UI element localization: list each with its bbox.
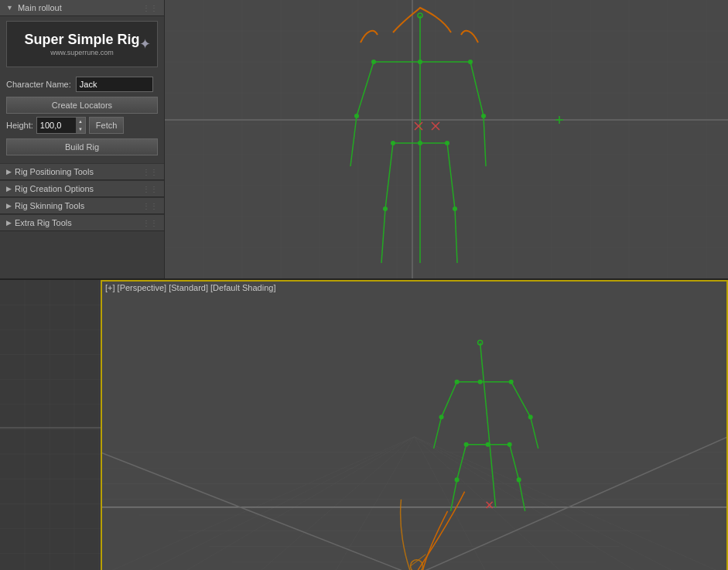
logo-url: www.superrune.com xyxy=(24,49,139,56)
svg-point-106 xyxy=(509,380,514,384)
rollout-skinning[interactable]: ▶ Rig Skinning Tools ⋮⋮ xyxy=(0,197,164,214)
bottom-viewport[interactable]: [+] [Perspective] [Standard] [Default Sh… xyxy=(101,280,728,570)
svg-point-39 xyxy=(468,60,473,64)
height-row: Height: ▲ ▼ Fetch xyxy=(6,117,158,134)
build-rig-button[interactable]: Build Rig xyxy=(6,138,158,155)
fetch-button[interactable]: Fetch xyxy=(89,117,125,134)
create-locators-button[interactable]: Create Locators xyxy=(6,97,158,114)
viewport-perspective-label: [+] [Perspective] [Standard] [Default Sh… xyxy=(105,283,275,292)
svg-point-37 xyxy=(418,60,422,64)
perspective-grid xyxy=(101,280,728,570)
svg-point-104 xyxy=(478,380,483,384)
rollout-positioning-label: Rig Positioning Tools xyxy=(15,167,142,176)
svg-point-108 xyxy=(528,415,533,419)
svg-point-38 xyxy=(371,60,376,64)
svg-point-40 xyxy=(354,114,359,118)
logo-title: Super Simple Rig xyxy=(24,32,139,49)
bottom-left-panel xyxy=(0,280,101,570)
svg-point-112 xyxy=(455,477,460,482)
rollout-grip-icon: ⋮⋮ xyxy=(142,168,158,176)
sidebar-header: ▼ Main rollout ⋮⋮ xyxy=(0,0,164,16)
bottom-section: [+] [Perspective] [Standard] [Default Sh… xyxy=(0,278,728,570)
svg-point-111 xyxy=(508,442,512,447)
form-area: Character Name: Create Locators Height: … xyxy=(0,72,164,163)
sidebar: ▼ Main rollout ⋮⋮ Super Simple Rig www.s… xyxy=(0,0,165,278)
height-input-wrapper: ▲ ▼ xyxy=(36,117,86,134)
char-name-label: Character Name: xyxy=(6,80,71,89)
svg-point-109 xyxy=(486,442,490,447)
spinner-up-button[interactable]: ▲ xyxy=(76,118,85,125)
top-viewport[interactable] xyxy=(165,0,728,278)
rollout-skinning-label: Rig Skinning Tools xyxy=(15,201,142,210)
height-label: Height: xyxy=(6,121,33,130)
rollout-grip-icon-2: ⋮⋮ xyxy=(142,185,158,193)
svg-point-41 xyxy=(481,114,486,118)
rollout-extra[interactable]: ▶ Extra Rig Tools ⋮⋮ xyxy=(0,214,164,231)
svg-point-46 xyxy=(453,206,457,211)
top-viewport-grid xyxy=(165,0,728,278)
char-name-input[interactable] xyxy=(76,77,153,92)
svg-rect-0 xyxy=(165,0,728,278)
height-spinner[interactable]: ▲ ▼ xyxy=(76,118,85,133)
logo-star-icon: ✦ xyxy=(139,36,151,53)
char-name-row: Character Name: xyxy=(6,77,158,92)
height-input[interactable] xyxy=(37,118,76,133)
main-rollout-title: Main rollout xyxy=(18,3,62,12)
svg-rect-53 xyxy=(0,280,101,570)
svg-point-45 xyxy=(383,206,388,211)
svg-point-113 xyxy=(517,477,521,482)
rollout-arrow-icon-4: ▶ xyxy=(6,219,12,227)
rollout-extra-label: Extra Rig Tools xyxy=(15,218,142,227)
rollout-arrow-icon: ▶ xyxy=(6,168,12,176)
rollout-arrow-icon-2: ▶ xyxy=(6,185,12,193)
svg-point-43 xyxy=(391,141,395,145)
rollout-arrow-icon-3: ▶ xyxy=(6,202,12,210)
rollout-grip-icon-3: ⋮⋮ xyxy=(142,202,158,210)
rollout-creation-label: Rig Creation Options xyxy=(15,184,142,193)
svg-point-107 xyxy=(439,415,444,419)
spinner-down-button[interactable]: ▼ xyxy=(76,125,85,133)
svg-point-105 xyxy=(455,380,460,384)
collapse-arrow-icon: ▼ xyxy=(6,4,13,12)
svg-point-110 xyxy=(464,442,469,447)
svg-rect-70 xyxy=(101,280,728,570)
logo-banner: Super Simple Rig www.superrune.com ✦ xyxy=(6,21,158,67)
grip-icon: ⋮⋮ xyxy=(142,4,158,12)
svg-point-42 xyxy=(418,141,422,145)
rollout-positioning[interactable]: ▶ Rig Positioning Tools ⋮⋮ xyxy=(0,163,164,180)
svg-point-44 xyxy=(445,141,449,145)
rollout-creation[interactable]: ▶ Rig Creation Options ⋮⋮ xyxy=(0,180,164,197)
rollout-grip-icon-4: ⋮⋮ xyxy=(142,219,158,227)
bottom-left-grid xyxy=(0,280,101,570)
